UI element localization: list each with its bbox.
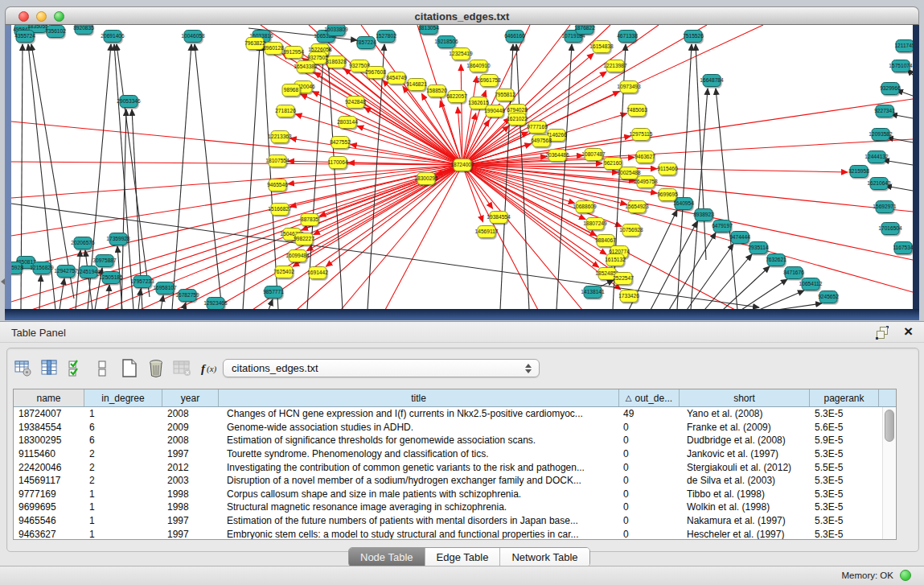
network-node[interactable]: 9857771 — [263, 286, 284, 299]
network-node[interactable]: 2967608 — [365, 67, 386, 79]
network-node[interactable]: 8912954 — [283, 47, 304, 59]
network-node[interactable]: 16648784 — [700, 75, 724, 87]
network-canvas[interactable]: 1872400749584121835055735610289208354355… — [11, 25, 913, 310]
network-node[interactable]: 12093582 — [869, 129, 893, 141]
citation-network-graph[interactable]: 1872400749584121835055735610289208354355… — [11, 25, 913, 310]
tab-edge-table[interactable]: Edge Table — [425, 548, 500, 566]
network-node[interactable]: 9245652 — [818, 291, 839, 303]
network-node[interactable]: 10756928 — [619, 225, 643, 237]
network-node[interactable]: 9884067 — [595, 235, 616, 247]
network-node[interactable]: 12451944 — [76, 266, 101, 278]
network-node[interactable]: 9777169 — [527, 122, 548, 134]
network-node[interactable]: 15692971 — [873, 201, 897, 213]
network-node[interactable]: 12213987 — [603, 60, 627, 72]
network-node[interactable]: 8960128 — [263, 43, 284, 55]
network-node[interactable]: 10654112 — [799, 278, 823, 290]
network-node[interactable]: 7625402 — [273, 266, 294, 278]
network-node[interactable]: 2803144 — [337, 117, 358, 129]
network-node[interactable]: 12923468 — [203, 298, 228, 310]
network-node[interactable]: 12156829 — [30, 262, 54, 274]
network-node[interactable]: 17359928 — [106, 233, 130, 245]
table-row[interactable]: 1830029562008Estimation of significance … — [14, 434, 896, 447]
network-node[interactable]: 1615132 — [605, 254, 626, 266]
memory-status-indicator[interactable] — [900, 570, 911, 581]
tab-node-table[interactable]: Node Table — [349, 548, 425, 566]
table-row[interactable]: 969969511998Structural magnetic resonanc… — [14, 501, 896, 514]
network-node[interactable]: 19384554 — [487, 212, 511, 224]
network-node[interactable]: 8813054 — [418, 25, 439, 35]
network-node[interactable]: 15751074 — [889, 60, 913, 72]
network-node[interactable]: 1876822 — [574, 25, 595, 35]
column-header-pagerank[interactable]: pagerank — [810, 389, 879, 406]
network-node[interactable]: 15654923 — [625, 201, 649, 213]
network-node[interactable]: 10807487 — [581, 149, 606, 161]
network-node[interactable]: 9146821 — [406, 79, 427, 91]
unselect-all-rows-icon[interactable] — [93, 359, 113, 378]
table-row[interactable]: 946362711997Embryonic stem cells: a mode… — [14, 527, 896, 540]
network-node[interactable]: 1527802 — [376, 31, 396, 43]
network-node[interactable]: 20691406 — [101, 31, 125, 43]
network-node[interactable]: 7485063 — [626, 105, 647, 117]
splitter-collapse-arrow[interactable] — [1, 278, 5, 285]
network-node[interactable]: 7955812 — [495, 89, 515, 101]
table-row[interactable]: 977716911998Corpus callosum shape and si… — [14, 488, 896, 501]
network-node[interactable]: 4671338 — [617, 31, 638, 43]
network-node[interactable]: 18300295 — [414, 173, 438, 185]
function-builder-icon[interactable]: f(x) — [199, 359, 219, 378]
network-node[interactable]: 9329966 — [880, 83, 901, 95]
scrollbar-thumb[interactable] — [885, 410, 894, 442]
network-node[interactable]: 12444132 — [864, 151, 889, 163]
network-node[interactable]: 16961758 — [477, 75, 501, 87]
network-node[interactable]: 9699695 — [657, 189, 678, 201]
network-node[interactable]: 18107554 — [265, 155, 290, 167]
network-node[interactable]: 8186328 — [326, 56, 347, 68]
network-node[interactable]: 9474444 — [729, 232, 750, 244]
network-node[interactable]: 6497568 — [531, 135, 552, 147]
tab-network-table[interactable]: Network Table — [499, 548, 589, 566]
column-header-year[interactable]: year — [162, 389, 219, 406]
network-node[interactable]: 16033809 — [324, 25, 348, 36]
network-node[interactable]: 1990448 — [484, 105, 505, 117]
network-node[interactable]: 10973493 — [617, 81, 641, 93]
network-node[interactable]: 962160 — [604, 158, 622, 170]
float-panel-icon[interactable] — [876, 326, 889, 339]
network-node[interactable]: 1621022 — [507, 113, 528, 126]
network-node[interactable]: 1588520 — [426, 85, 447, 97]
network-node[interactable]: 20364486 — [545, 150, 569, 162]
create-new-table-icon[interactable] — [120, 359, 139, 378]
network-node[interactable]: 16154838 — [589, 41, 614, 53]
network-node[interactable]: 7356102 — [45, 26, 66, 38]
network-node[interactable]: 9242848 — [345, 97, 366, 109]
network-node[interactable]: 29053346 — [117, 96, 141, 108]
network-node[interactable]: 15166827 — [268, 204, 292, 216]
network-node[interactable]: 9227341 — [874, 105, 895, 117]
network-node[interactable]: 2522547 — [613, 273, 634, 285]
network-node[interactable]: 1640954 — [673, 198, 694, 210]
network-node[interactable]: 9115460 — [657, 163, 678, 175]
column-header-short[interactable]: short — [680, 389, 810, 406]
network-node[interactable]: 6822057 — [446, 91, 467, 103]
network-node[interactable]: 20206576 — [71, 237, 95, 249]
column-header-name[interactable]: name — [14, 389, 84, 406]
network-node[interactable]: 4355724 — [14, 31, 35, 43]
network-node[interactable]: 6479197 — [712, 220, 733, 233]
table-row[interactable]: 946554611997Estimation of the future num… — [14, 514, 896, 528]
network-node[interactable]: 14569117 — [475, 226, 499, 238]
network-node[interactable]: 8471676 — [783, 267, 804, 279]
network-node[interactable]: 8215958 — [848, 166, 869, 178]
network-node[interactable]: 18807249 — [583, 218, 607, 230]
network-node[interactable]: 8938923 — [693, 209, 714, 221]
column-header-out_degree[interactable]: △out_de... — [619, 389, 680, 406]
network-node[interactable]: 3315928 — [11, 262, 23, 274]
network-node[interactable]: 16210643 — [867, 178, 891, 190]
network-node[interactable]: 12942757 — [54, 266, 78, 278]
network-node[interactable]: 887835 — [301, 214, 318, 226]
column-header-title[interactable]: title — [219, 389, 619, 406]
network-node[interactable]: 18724007 — [450, 159, 474, 171]
network-node[interactable]: 16782759 — [175, 290, 199, 302]
table-vertical-scrollbar[interactable] — [882, 407, 895, 539]
column-header-in_degree[interactable]: in_degree — [84, 389, 162, 406]
network-node[interactable]: 30975887 — [92, 255, 117, 267]
network-node[interactable]: 14138141 — [581, 286, 605, 299]
network-node[interactable]: 12975115 — [630, 129, 653, 141]
